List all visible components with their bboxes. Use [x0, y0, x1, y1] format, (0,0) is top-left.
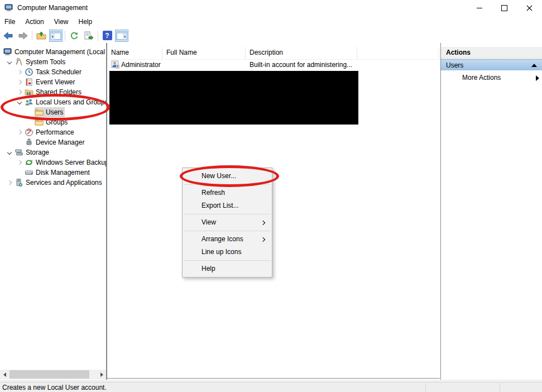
refresh-button[interactable] — [68, 30, 81, 42]
minimize-button[interactable] — [467, 0, 492, 16]
menu-help[interactable]: Help — [74, 16, 98, 28]
close-icon — [526, 5, 533, 11]
menu-item-line-up-icons[interactable]: Line up Icons — [183, 246, 272, 259]
submenu-chevron-icon — [261, 221, 265, 225]
menu-item-refresh[interactable]: Refresh — [183, 187, 272, 199]
back-icon — [3, 31, 14, 40]
storage-icon — [15, 148, 23, 157]
actions-pane: Actions Users More Actions — [441, 43, 542, 380]
tree-item-windows-server-backup[interactable]: Windows Server Backup — [0, 157, 106, 168]
tree-item-task-scheduler[interactable]: Task Scheduler — [0, 67, 106, 77]
forward-button[interactable] — [16, 30, 30, 42]
scrollbar-thumb[interactable] — [9, 370, 89, 379]
collapse-section-icon[interactable] — [531, 64, 537, 67]
tree-item-services-and-applications[interactable]: Services and Applications — [0, 178, 106, 188]
close-button[interactable] — [517, 0, 542, 16]
collapse-chevron-icon[interactable] — [4, 57, 15, 67]
scroll-left-button[interactable] — [0, 370, 9, 379]
menu-separator — [184, 214, 271, 214]
actions-section-label: Users — [446, 61, 463, 69]
export-list-button[interactable] — [82, 30, 95, 42]
help-button[interactable]: ? — [100, 30, 114, 42]
tree-item-content: Computer Management (Local — [3, 47, 106, 57]
expand-chevron-icon[interactable] — [15, 87, 25, 97]
submenu-arrow-icon — [536, 75, 539, 81]
tree-item-label: System Tools — [26, 58, 65, 66]
more-actions-item[interactable]: More Actions — [441, 71, 542, 84]
help-icon: ? — [103, 31, 112, 40]
device-manager-icon — [25, 138, 33, 147]
expand-chevron-icon[interactable] — [15, 77, 25, 87]
status-separator — [500, 383, 500, 392]
tree-item-content: System Tools — [15, 57, 67, 67]
status-separator — [425, 383, 426, 392]
tree-item-label: Device Manager — [36, 138, 84, 146]
scroll-right-button[interactable] — [97, 370, 106, 379]
expand-chevron-icon[interactable] — [4, 178, 15, 188]
show-console-tree-button[interactable] — [49, 30, 63, 42]
tree-item-disk-management[interactable]: Disk Management — [0, 168, 106, 178]
cell-description: Built-in account for administering... — [246, 61, 357, 69]
column-header-full-name[interactable]: Full Name — [162, 47, 246, 59]
menu-item-label: Refresh — [202, 189, 225, 197]
menu-item-view[interactable]: View — [183, 216, 272, 229]
back-button[interactable] — [2, 30, 15, 42]
toolbar-separator — [65, 31, 65, 41]
list-rows: AdministratorBuilt-in account for admini… — [107, 59, 440, 70]
up-one-level-icon — [36, 31, 46, 40]
submenu-chevron-icon — [261, 237, 265, 242]
menu-bar: File Action View Help — [0, 16, 542, 28]
tree-item-performance[interactable]: Performance — [0, 127, 106, 137]
tree-item-device-manager[interactable]: Device Manager — [0, 137, 106, 147]
list-row-administrator[interactable]: AdministratorBuilt-in account for admini… — [107, 59, 440, 70]
tree-horizontal-scrollbar[interactable] — [0, 370, 106, 379]
menu-item-export-list[interactable]: Export List... — [183, 199, 272, 212]
tree-item-content: Task Scheduler — [25, 67, 83, 77]
tree-item-label: Task Scheduler — [36, 68, 81, 76]
expand-chevron-icon[interactable] — [15, 157, 25, 168]
actions-section-users[interactable]: Users — [441, 59, 542, 70]
tree-item-event-viewer[interactable]: Event Viewer — [0, 77, 106, 87]
menu-item-help[interactable]: Help — [183, 262, 272, 275]
windows-server-backup-icon — [25, 158, 33, 167]
tree-item-system-tools[interactable]: System Tools — [0, 57, 106, 67]
menu-item-arrange-icons[interactable]: Arrange Icons — [183, 233, 272, 246]
tree-item-label: Storage — [26, 149, 49, 156]
disk-management-icon — [25, 168, 33, 177]
tree-item-content: Disk Management — [25, 168, 92, 178]
menu-view[interactable]: View — [49, 16, 74, 28]
column-header-name[interactable]: Name — [107, 47, 162, 59]
column-header-description[interactable]: Description — [246, 47, 357, 59]
window-title: Computer Management — [17, 4, 88, 12]
tree-item-computer-management-local[interactable]: Computer Management (Local — [0, 47, 106, 57]
expand-chevron-icon[interactable] — [15, 67, 25, 77]
tree-item-storage[interactable]: Storage — [0, 147, 106, 157]
expand-chevron-icon[interactable] — [15, 127, 25, 137]
user-disabled-icon — [111, 60, 119, 69]
tree-item-label: Performance — [36, 128, 74, 136]
show-action-pane-icon — [116, 31, 127, 40]
status-bar: Creates a new Local User account. — [0, 382, 542, 392]
user-name: Administrator — [121, 61, 161, 69]
show-console-tree-icon — [50, 31, 61, 40]
tree-item-label: Computer Management (Local — [15, 48, 105, 56]
menu-separator — [184, 260, 271, 261]
show-action-pane-button[interactable] — [115, 30, 128, 42]
up-one-level-button[interactable] — [35, 30, 48, 42]
tree-item-label: Services and Applications — [26, 179, 102, 187]
column-header-filler — [357, 47, 439, 59]
system-tools-icon — [15, 58, 23, 66]
menu-action[interactable]: Action — [20, 16, 49, 28]
forward-icon — [17, 31, 28, 40]
cell-name: Administrator — [107, 60, 162, 69]
services-applications-icon — [15, 178, 23, 187]
menu-item-label: View — [202, 218, 216, 226]
menu-separator — [184, 231, 271, 231]
menu-item-label: Arrange Icons — [202, 235, 243, 243]
menu-file[interactable]: File — [0, 16, 20, 28]
maximize-button[interactable] — [492, 0, 517, 16]
collapse-chevron-icon[interactable] — [4, 147, 15, 157]
tree-item-label: Windows Server Backup — [36, 159, 106, 166]
tree-item-content: Windows Server Backup — [25, 157, 106, 168]
toolbar: ? — [0, 28, 542, 44]
